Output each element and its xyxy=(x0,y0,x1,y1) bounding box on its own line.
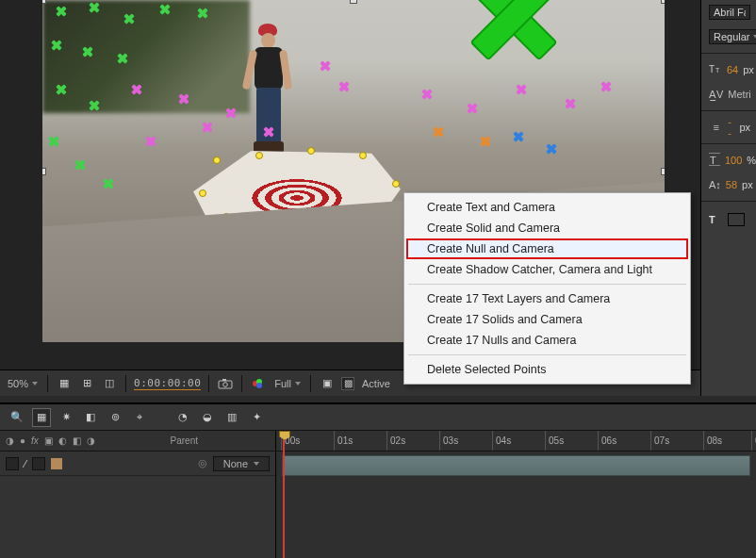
menu-create-solid-camera[interactable]: Create Solid and Camera xyxy=(406,218,688,238)
tl-comp-mini-icon[interactable]: ▦ xyxy=(32,408,51,427)
timeline-columns-header: ◑● fx ▣◐◧◑ Parent xyxy=(0,431,275,451)
menu-create-shadow-catcher[interactable]: Create Shadow Catcher, Camera and Light xyxy=(406,259,688,280)
menu-create-17-solids[interactable]: Create 17 Solids and Camera xyxy=(406,309,688,330)
bold-T-icon[interactable]: T xyxy=(709,214,715,225)
tl-motion-blur-icon[interactable]: ⊚ xyxy=(106,408,124,427)
tl-graph-icon[interactable]: ◔ xyxy=(173,408,192,427)
timeline-toolbar: 🔍 ▦ ✷ ◧ ⊚ ⌖ ◔ ◒ ▥ ✦ xyxy=(0,404,756,431)
menu-separator xyxy=(408,354,686,355)
column-parent-label: Parent xyxy=(171,435,198,446)
view-value: Active xyxy=(362,378,390,389)
svg-point-1 xyxy=(223,382,228,386)
tl-search-icon[interactable]: 🔍 xyxy=(8,408,26,427)
view-dropdown[interactable]: Active xyxy=(360,378,392,389)
svg-point-5 xyxy=(256,383,262,388)
tl-bars-icon[interactable]: ▥ xyxy=(222,408,241,427)
svg-rect-2 xyxy=(222,379,226,381)
roi-icon[interactable]: ▣ xyxy=(319,375,336,392)
svg-text:T: T xyxy=(710,155,716,166)
kerning-icon: A̲V xyxy=(709,89,723,101)
menu-delete-selected[interactable]: Delete Selected Points xyxy=(406,359,688,380)
layer-row[interactable]: ∕ ◎ None xyxy=(0,451,275,476)
timeline-layer-list: ◑● fx ▣◐◧◑ Parent ∕ ◎ None xyxy=(0,431,276,558)
character-panel: Abril Fatface Regular TT 64 px A̲V Metri… xyxy=(700,0,756,396)
vertical-scale-icon: T xyxy=(709,153,720,168)
baseline-value[interactable]: 58 xyxy=(726,179,737,190)
chevron-down-icon xyxy=(32,382,38,386)
layer-av-toggle[interactable] xyxy=(6,457,19,470)
timeline-panel: 🔍 ▦ ✷ ◧ ⊚ ⌖ ◔ ◒ ▥ ✦ ◑● fx ▣◐◧◑ Parent ∕ xyxy=(0,402,756,558)
mask-toggle-icon[interactable]: ◫ xyxy=(101,375,118,392)
track-context-menu: Create Text and Camera Create Solid and … xyxy=(403,192,691,385)
resolution-value: Full xyxy=(274,378,291,389)
menu-create-null-camera[interactable]: Create Null and Camera xyxy=(406,238,688,259)
menu-create-text-camera[interactable]: Create Text and Camera xyxy=(406,197,688,218)
target-reticle-graphic xyxy=(240,174,353,222)
svg-text:T: T xyxy=(715,67,720,74)
tl-frame-blend-icon[interactable]: ◧ xyxy=(81,408,100,427)
timeline-tracks[interactable]: 00s 01s 02s 03s 04s 05s 06s 07s 08s 09s xyxy=(276,431,756,558)
layer-color-swatch[interactable] xyxy=(51,458,62,469)
parent-dropdown[interactable]: None xyxy=(213,456,270,471)
leading-value[interactable]: -- xyxy=(728,116,734,139)
font-size-icon: TT xyxy=(709,63,722,76)
green-cross-marker xyxy=(471,0,556,45)
tl-draft3d-icon[interactable]: ◒ xyxy=(198,408,217,427)
layer-lock-toggle[interactable] xyxy=(32,457,45,470)
tl-shy-icon[interactable]: ✷ xyxy=(57,408,75,427)
playhead[interactable] xyxy=(283,431,285,558)
tl-rays-icon[interactable]: ✦ xyxy=(247,408,266,427)
font-style-dropdown[interactable]: Regular xyxy=(709,29,756,44)
resolution-dropdown[interactable]: Full xyxy=(272,378,303,389)
menu-create-17-text[interactable]: Create 17 Text Layers and Camera xyxy=(406,288,688,309)
zoom-dropdown[interactable]: 50% xyxy=(6,378,40,389)
vscale-value[interactable]: 100 xyxy=(725,155,742,166)
svg-text:T: T xyxy=(709,64,715,74)
person-figure xyxy=(242,24,293,170)
font-family-dropdown[interactable]: Abril Fatface xyxy=(709,5,750,20)
tl-brainstorm-icon[interactable]: ⌖ xyxy=(130,408,149,427)
layer-clip-bar[interactable] xyxy=(282,455,750,476)
style-toggle-box[interactable] xyxy=(728,213,745,226)
chevron-down-icon xyxy=(254,462,259,466)
safezones-icon[interactable]: ⊞ xyxy=(78,375,95,392)
time-ruler[interactable]: 00s 01s 02s 03s 04s 05s 06s 07s 08s 09s xyxy=(276,431,756,451)
menu-create-17-nulls[interactable]: Create 17 Nulls and Camera xyxy=(406,330,688,351)
transparency-grid-toggle[interactable]: ▩ xyxy=(341,377,354,390)
baseline-shift-icon: A↕ xyxy=(709,179,721,190)
current-timecode[interactable]: 0:00:00:00 xyxy=(134,377,201,390)
zoom-value: 50% xyxy=(8,378,28,389)
chevron-down-icon xyxy=(295,382,301,386)
menu-separator xyxy=(408,284,686,285)
snapshot-icon[interactable] xyxy=(217,375,234,392)
channel-icon[interactable] xyxy=(250,375,267,392)
leading-icon: ≡ xyxy=(709,122,723,133)
font-size-value[interactable]: 64 xyxy=(727,64,738,75)
grid-icon[interactable]: ▦ xyxy=(56,375,73,392)
kerning-value[interactable]: Metrics xyxy=(728,89,750,100)
